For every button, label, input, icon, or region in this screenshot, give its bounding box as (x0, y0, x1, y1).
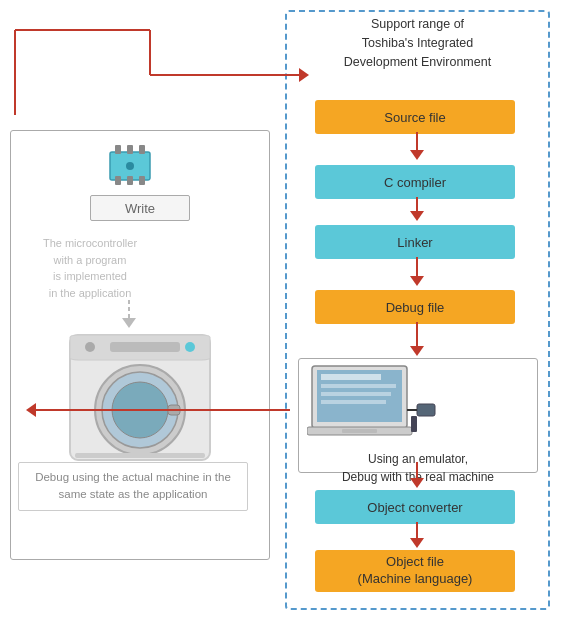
svg-rect-16 (417, 404, 435, 416)
arrow-3 (410, 257, 424, 288)
svg-rect-12 (321, 392, 391, 396)
laptop-illustration (307, 364, 437, 444)
linker-box: Linker (315, 225, 515, 259)
svg-rect-15 (342, 429, 377, 433)
svg-rect-10 (321, 374, 381, 380)
microcontroller-text: The microcontrollerwith a programis impl… (25, 235, 155, 301)
support-title: Support range ofToshiba's IntegratedDeve… (285, 15, 550, 71)
write-icon-area (90, 140, 170, 194)
svg-rect-24 (115, 145, 121, 154)
object-converter-box: Object converter (315, 490, 515, 524)
svg-point-35 (85, 342, 95, 352)
svg-marker-44 (299, 68, 309, 82)
svg-rect-18 (411, 416, 417, 432)
debug-file-box: Debug file (315, 290, 515, 324)
main-container: Support range ofToshiba's IntegratedDeve… (0, 0, 567, 619)
svg-marker-1 (410, 150, 424, 160)
source-file-box: Source file (315, 100, 515, 134)
svg-marker-22 (410, 538, 424, 548)
arrow-6 (410, 522, 424, 550)
svg-rect-26 (139, 145, 145, 154)
svg-point-36 (185, 342, 195, 352)
svg-marker-20 (410, 478, 424, 488)
connect-arrow-emulator (10, 355, 305, 465)
svg-marker-7 (410, 346, 424, 356)
debug-caption: Debug using the actual machine in the sa… (18, 462, 248, 511)
svg-rect-11 (321, 384, 396, 388)
c-compiler-box: C compiler (315, 165, 515, 199)
microchip-icon (95, 140, 165, 190)
svg-rect-37 (110, 342, 180, 352)
arrow-4 (410, 322, 424, 358)
write-button[interactable]: Write (90, 195, 190, 221)
svg-marker-3 (410, 211, 424, 221)
svg-point-30 (126, 162, 134, 170)
svg-rect-13 (321, 400, 386, 404)
svg-rect-27 (115, 176, 121, 185)
connect-arrow-top (10, 15, 320, 135)
arrow-2 (410, 197, 424, 223)
arrow-5 (410, 462, 424, 490)
svg-marker-49 (26, 403, 36, 417)
arrow-1 (410, 132, 424, 162)
object-file-box: Object file(Machine language) (315, 550, 515, 592)
svg-rect-28 (127, 176, 133, 185)
svg-rect-29 (139, 176, 145, 185)
svg-marker-5 (410, 276, 424, 286)
svg-rect-25 (127, 145, 133, 154)
